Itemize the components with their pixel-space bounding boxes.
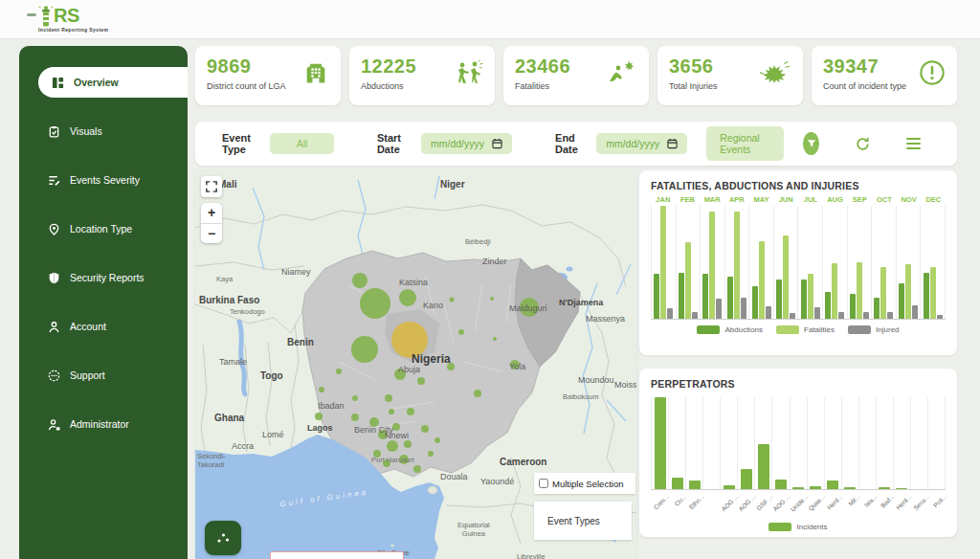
shield-icon: [48, 272, 60, 284]
bar-fatalities: [734, 212, 740, 319]
category-label-cell: Poli...: [928, 490, 946, 517]
perpetrators-chart-plot: [651, 397, 946, 490]
brand-tagline: Incident Reporting System: [38, 27, 108, 33]
legend-item: Fatalities: [776, 325, 835, 334]
chart-column: [702, 397, 720, 489]
category-label: Quas...: [807, 493, 826, 512]
lighthouse-icon: [38, 4, 54, 29]
multiple-selection-checkbox[interactable]: [539, 479, 548, 488]
map-label: Benin City: [354, 425, 393, 435]
bar-abductions: [727, 277, 733, 319]
legend-item: Abductions: [697, 325, 763, 334]
sidebar-item-label: Events Severity: [70, 174, 140, 186]
bar-injured: [790, 313, 795, 319]
category-label-cell: Unide...: [790, 490, 807, 517]
month-label: SEP: [847, 195, 872, 204]
refresh-button[interactable]: [856, 137, 870, 151]
bar-fatalities: [783, 235, 789, 319]
bar-injured: [692, 312, 698, 319]
legend-item: Incidents: [768, 523, 827, 531]
map-layers-button[interactable]: [205, 521, 241, 555]
bar-incidents: [896, 488, 907, 489]
chart-column: [700, 206, 724, 319]
bar-abductions: [924, 273, 929, 319]
month-label: APR: [724, 195, 749, 204]
event-type-select[interactable]: All: [270, 133, 334, 154]
bar-incidents: [879, 487, 890, 489]
category-label-cell: Civ...: [668, 490, 685, 517]
month-label: AUG: [823, 195, 848, 204]
chart-column: [737, 397, 754, 489]
chart-column: [858, 397, 876, 489]
apply-filter-button[interactable]: [803, 132, 819, 155]
map-label: Togo: [260, 370, 283, 381]
bar-incidents: [775, 480, 787, 489]
map-label: Accra: [232, 441, 254, 451]
sidebar-item-account[interactable]: Account: [19, 311, 188, 342]
bar-fatalities: [759, 241, 765, 319]
regional-events-toggle[interactable]: Regional Events: [706, 126, 784, 161]
zoom-in-button[interactable]: +: [201, 203, 222, 224]
sidebar-item-visuals[interactable]: Visuals: [19, 116, 188, 146]
bar-injured: [716, 299, 722, 319]
bar-injured: [838, 312, 844, 319]
bar-incidents: [844, 487, 856, 489]
category-label-cell: GSF ...: [755, 490, 772, 517]
map-label: Tamale: [219, 357, 247, 367]
sidebar-item-administrator[interactable]: Administrator: [19, 409, 188, 439]
event-types-box[interactable]: Event Types: [534, 502, 632, 540]
sidebar-item-overview[interactable]: Overview: [38, 67, 188, 98]
map-label: Bélbédji: [465, 237, 491, 246]
month-label: FEB: [676, 195, 701, 204]
menu-button[interactable]: [906, 138, 921, 150]
chart-column: [754, 397, 771, 489]
chart-column: [822, 206, 847, 319]
bar-abductions: [702, 274, 708, 319]
bar-fatalities: [808, 274, 813, 319]
map-pin-icon: [48, 223, 60, 235]
map-label: Nnewi: [385, 431, 409, 440]
sidebar-item-location-type[interactable]: Location Type: [19, 213, 188, 244]
chart-column: [797, 206, 822, 319]
map-label: Massenya: [586, 314, 625, 324]
multiple-selection-label: Multiple Selection: [552, 479, 623, 489]
bar-injured: [741, 298, 746, 319]
start-date-input[interactable]: mm/dd/yyyy: [421, 133, 512, 154]
monthly-chart-plot: [651, 206, 946, 320]
map-label: Lagos: [307, 423, 333, 433]
bar-incidents: [689, 481, 701, 489]
bar-incidents: [810, 486, 821, 489]
map-label: N'Djamena: [559, 298, 603, 307]
sidebar-item-security-reports[interactable]: Security Reports: [19, 262, 188, 293]
legend-label: Fatalities: [804, 325, 835, 334]
chart-column: [847, 206, 872, 319]
sidebar-item-events-severity[interactable]: Events Severity: [19, 165, 188, 195]
sidebar-item-support[interactable]: Support: [19, 360, 188, 391]
map-label: Nigeria: [412, 352, 451, 366]
map-label: Benin: [287, 337, 314, 347]
funnel-icon: [807, 139, 816, 148]
chart-column: [871, 206, 896, 319]
map-label: Moundou: [578, 375, 614, 385]
zoom-out-button[interactable]: −: [201, 224, 222, 244]
category-label-cell: Isla...: [859, 490, 877, 517]
month-label: OCT: [872, 195, 897, 204]
sidebar-item-label: Administrator: [70, 418, 129, 430]
bar-incidents: [655, 397, 666, 489]
monthly-chart-months: JANFEBMARAPRMAYJUNJULAUGSEPOCTNOVDEC: [651, 195, 946, 204]
fullscreen-button[interactable]: [201, 176, 222, 197]
map-label: Niamey: [281, 267, 311, 277]
legend-item: Injured: [848, 325, 899, 334]
chat-bubble-icon: [48, 369, 60, 382]
fatality-icon: [607, 59, 637, 88]
bar-fatalities: [857, 262, 862, 319]
bar-fatalities: [905, 264, 911, 319]
map-attribution-bar: [270, 551, 404, 559]
end-date-input[interactable]: mm/dd/yyyy: [596, 133, 687, 154]
category-label-cell: Herd...: [894, 490, 911, 517]
bar-injured: [887, 312, 893, 319]
map-panel[interactable]: MaliNigerBélbédjiZinderNiameyKayaBurkina…: [195, 170, 636, 559]
perpetrators-chart-legend: Incidents: [651, 523, 946, 531]
category-label: Unide...: [789, 493, 809, 513]
map-label: Douala: [440, 472, 468, 481]
